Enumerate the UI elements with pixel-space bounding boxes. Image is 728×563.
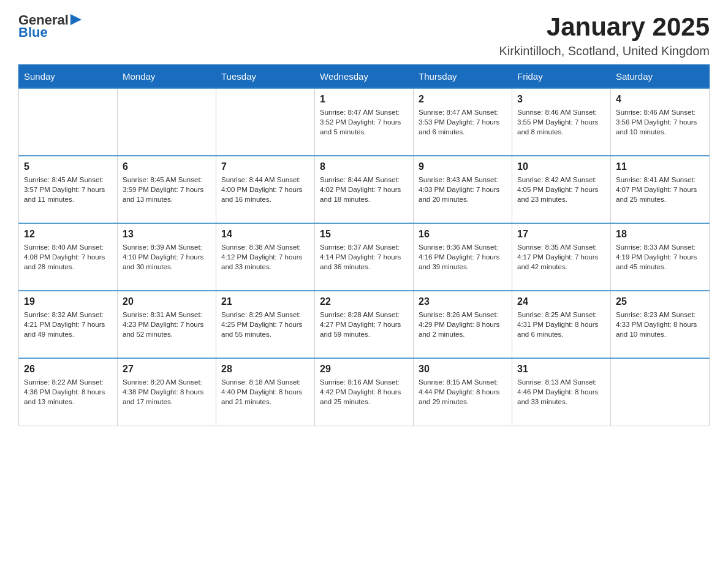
table-row: 4Sunrise: 8:46 AM Sunset: 3:56 PM Daylig… — [611, 88, 710, 156]
col-sunday: Sunday — [19, 65, 118, 89]
table-row: 1Sunrise: 8:47 AM Sunset: 3:52 PM Daylig… — [315, 88, 414, 156]
day-info: Sunrise: 8:25 AM Sunset: 4:31 PM Dayligh… — [517, 310, 605, 339]
day-info: Sunrise: 8:29 AM Sunset: 4:25 PM Dayligh… — [221, 310, 309, 339]
day-info: Sunrise: 8:20 AM Sunset: 4:38 PM Dayligh… — [123, 377, 211, 407]
day-number: 30 — [419, 364, 507, 375]
day-number: 8 — [320, 161, 408, 172]
day-info: Sunrise: 8:44 AM Sunset: 4:02 PM Dayligh… — [320, 175, 408, 204]
col-thursday: Thursday — [414, 65, 512, 89]
table-row: 6Sunrise: 8:45 AM Sunset: 3:59 PM Daylig… — [118, 156, 216, 223]
table-row: 7Sunrise: 8:44 AM Sunset: 4:00 PM Daylig… — [216, 156, 315, 223]
table-row: 19Sunrise: 8:32 AM Sunset: 4:21 PM Dayli… — [19, 291, 118, 358]
day-info: Sunrise: 8:35 AM Sunset: 4:17 PM Dayligh… — [517, 242, 605, 272]
day-info: Sunrise: 8:23 AM Sunset: 4:33 PM Dayligh… — [616, 310, 704, 339]
day-number: 16 — [419, 229, 507, 240]
table-row — [19, 88, 118, 156]
day-number: 3 — [517, 94, 605, 105]
day-info: Sunrise: 8:16 AM Sunset: 4:42 PM Dayligh… — [320, 377, 408, 407]
day-number: 26 — [24, 364, 112, 375]
table-row: 12Sunrise: 8:40 AM Sunset: 4:08 PM Dayli… — [19, 223, 118, 291]
day-number: 27 — [123, 364, 211, 375]
table-row: 16Sunrise: 8:36 AM Sunset: 4:16 PM Dayli… — [414, 223, 512, 291]
day-info: Sunrise: 8:38 AM Sunset: 4:12 PM Dayligh… — [221, 242, 309, 272]
table-row: 14Sunrise: 8:38 AM Sunset: 4:12 PM Dayli… — [216, 223, 315, 291]
day-number: 15 — [320, 229, 408, 240]
logo-arrow-icon — [70, 14, 82, 25]
col-wednesday: Wednesday — [315, 65, 414, 89]
table-row: 11Sunrise: 8:41 AM Sunset: 4:07 PM Dayli… — [611, 156, 710, 223]
col-monday: Monday — [118, 65, 216, 89]
logo-blue-text: Blue — [18, 25, 48, 40]
table-row: 28Sunrise: 8:18 AM Sunset: 4:40 PM Dayli… — [216, 358, 315, 426]
day-number: 19 — [24, 296, 112, 307]
day-info: Sunrise: 8:42 AM Sunset: 4:05 PM Dayligh… — [517, 175, 605, 204]
day-number: 7 — [221, 161, 309, 172]
day-info: Sunrise: 8:47 AM Sunset: 3:52 PM Dayligh… — [320, 107, 408, 137]
table-row — [611, 358, 710, 426]
calendar-week-row: 12Sunrise: 8:40 AM Sunset: 4:08 PM Dayli… — [19, 223, 710, 291]
day-number: 12 — [24, 229, 112, 240]
day-info: Sunrise: 8:45 AM Sunset: 3:57 PM Dayligh… — [24, 175, 112, 204]
day-number: 25 — [616, 296, 704, 307]
day-number: 14 — [221, 229, 309, 240]
day-number: 5 — [24, 161, 112, 172]
day-info: Sunrise: 8:41 AM Sunset: 4:07 PM Dayligh… — [616, 175, 704, 204]
col-friday: Friday — [512, 65, 611, 89]
calendar-header-row: Sunday Monday Tuesday Wednesday Thursday… — [19, 65, 710, 89]
day-number: 17 — [517, 229, 605, 240]
table-row: 20Sunrise: 8:31 AM Sunset: 4:23 PM Dayli… — [118, 291, 216, 358]
day-number: 11 — [616, 161, 704, 172]
title-section: January 2025 Kirkintilloch, Scotland, Un… — [499, 12, 710, 58]
day-number: 10 — [517, 161, 605, 172]
location-subtitle: Kirkintilloch, Scotland, United Kingdom — [499, 44, 710, 58]
day-info: Sunrise: 8:47 AM Sunset: 3:53 PM Dayligh… — [419, 107, 507, 137]
day-info: Sunrise: 8:18 AM Sunset: 4:40 PM Dayligh… — [221, 377, 309, 407]
table-row: 9Sunrise: 8:43 AM Sunset: 4:03 PM Daylig… — [414, 156, 512, 223]
day-info: Sunrise: 8:44 AM Sunset: 4:00 PM Dayligh… — [221, 175, 309, 204]
table-row: 30Sunrise: 8:15 AM Sunset: 4:44 PM Dayli… — [414, 358, 512, 426]
svg-marker-0 — [70, 14, 82, 25]
calendar-week-row: 1Sunrise: 8:47 AM Sunset: 3:52 PM Daylig… — [19, 88, 710, 156]
day-info: Sunrise: 8:15 AM Sunset: 4:44 PM Dayligh… — [419, 377, 507, 407]
table-row: 17Sunrise: 8:35 AM Sunset: 4:17 PM Dayli… — [512, 223, 611, 291]
col-saturday: Saturday — [611, 65, 710, 89]
calendar-week-row: 26Sunrise: 8:22 AM Sunset: 4:36 PM Dayli… — [19, 358, 710, 426]
table-row — [216, 88, 315, 156]
day-number: 4 — [616, 94, 704, 105]
day-number: 18 — [616, 229, 704, 240]
table-row: 23Sunrise: 8:26 AM Sunset: 4:29 PM Dayli… — [414, 291, 512, 358]
day-number: 28 — [221, 364, 309, 375]
table-row — [118, 88, 216, 156]
day-number: 22 — [320, 296, 408, 307]
table-row: 18Sunrise: 8:33 AM Sunset: 4:19 PM Dayli… — [611, 223, 710, 291]
day-info: Sunrise: 8:33 AM Sunset: 4:19 PM Dayligh… — [616, 242, 704, 272]
day-number: 29 — [320, 364, 408, 375]
table-row: 26Sunrise: 8:22 AM Sunset: 4:36 PM Dayli… — [19, 358, 118, 426]
day-info: Sunrise: 8:40 AM Sunset: 4:08 PM Dayligh… — [24, 242, 112, 272]
day-info: Sunrise: 8:26 AM Sunset: 4:29 PM Dayligh… — [419, 310, 507, 339]
table-row: 21Sunrise: 8:29 AM Sunset: 4:25 PM Dayli… — [216, 291, 315, 358]
table-row: 25Sunrise: 8:23 AM Sunset: 4:33 PM Dayli… — [611, 291, 710, 358]
day-info: Sunrise: 8:43 AM Sunset: 4:03 PM Dayligh… — [419, 175, 507, 204]
day-number: 6 — [123, 161, 211, 172]
table-row: 22Sunrise: 8:28 AM Sunset: 4:27 PM Dayli… — [315, 291, 414, 358]
table-row: 5Sunrise: 8:45 AM Sunset: 3:57 PM Daylig… — [19, 156, 118, 223]
day-info: Sunrise: 8:31 AM Sunset: 4:23 PM Dayligh… — [123, 310, 211, 339]
day-info: Sunrise: 8:32 AM Sunset: 4:21 PM Dayligh… — [24, 310, 112, 339]
table-row: 15Sunrise: 8:37 AM Sunset: 4:14 PM Dayli… — [315, 223, 414, 291]
day-number: 2 — [419, 94, 507, 105]
calendar-table: Sunday Monday Tuesday Wednesday Thursday… — [18, 64, 710, 426]
calendar-week-row: 5Sunrise: 8:45 AM Sunset: 3:57 PM Daylig… — [19, 156, 710, 223]
page-header: General Blue January 2025 Kirkintilloch,… — [18, 12, 710, 58]
day-info: Sunrise: 8:37 AM Sunset: 4:14 PM Dayligh… — [320, 242, 408, 272]
day-info: Sunrise: 8:28 AM Sunset: 4:27 PM Dayligh… — [320, 310, 408, 339]
table-row: 29Sunrise: 8:16 AM Sunset: 4:42 PM Dayli… — [315, 358, 414, 426]
table-row: 10Sunrise: 8:42 AM Sunset: 4:05 PM Dayli… — [512, 156, 611, 223]
day-info: Sunrise: 8:46 AM Sunset: 3:55 PM Dayligh… — [517, 107, 605, 137]
day-number: 13 — [123, 229, 211, 240]
calendar-week-row: 19Sunrise: 8:32 AM Sunset: 4:21 PM Dayli… — [19, 291, 710, 358]
day-info: Sunrise: 8:36 AM Sunset: 4:16 PM Dayligh… — [419, 242, 507, 272]
table-row: 27Sunrise: 8:20 AM Sunset: 4:38 PM Dayli… — [118, 358, 216, 426]
day-number: 21 — [221, 296, 309, 307]
day-number: 24 — [517, 296, 605, 307]
